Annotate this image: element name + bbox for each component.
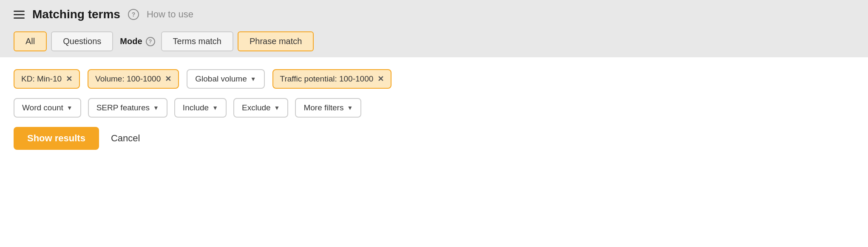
dropdown-include[interactable]: Include ▼ [174, 98, 227, 118]
dropdown-exclude[interactable]: Exclude ▼ [233, 98, 288, 118]
tabs-row: All Questions Mode ? Terms match Phrase … [0, 27, 868, 57]
app-container: Matching terms ? How to use All Question… [0, 0, 868, 247]
chevron-down-icon: ▼ [274, 104, 280, 111]
tab-terms-match[interactable]: Terms match [161, 31, 233, 51]
dropdown-serp-features[interactable]: SERP features ▼ [88, 98, 167, 118]
filter-global-volume[interactable]: Global volume ▼ [187, 69, 264, 89]
filter-chip-traffic-label: Traffic potential: 100-1000 [280, 74, 374, 84]
mode-help-icon[interactable]: ? [146, 37, 155, 46]
dropdown-more-filters[interactable]: More filters ▼ [295, 98, 361, 118]
page-title: Matching terms [32, 8, 120, 21]
filter-row2: Word count ▼ SERP features ▼ Include ▼ E… [14, 98, 854, 118]
filter-chip-traffic[interactable]: Traffic potential: 100-1000 ✕ [272, 69, 392, 89]
filter-chip-kd[interactable]: KD: Min-10 ✕ [14, 69, 80, 89]
how-to-use-link[interactable]: How to use [147, 9, 193, 20]
chevron-down-icon: ▼ [67, 104, 73, 111]
dropdown-serp-features-label: SERP features [96, 103, 150, 112]
actions-row: Show results Cancel [14, 127, 854, 150]
dropdown-word-count[interactable]: Word count ▼ [14, 98, 81, 118]
filter-chip-traffic-close[interactable]: ✕ [377, 74, 384, 84]
chevron-down-icon: ▼ [153, 104, 159, 111]
tab-all[interactable]: All [14, 31, 47, 51]
dropdown-word-count-label: Word count [22, 103, 63, 112]
filter-global-volume-label: Global volume [195, 74, 247, 84]
help-icon[interactable]: ? [128, 9, 139, 20]
show-results-button[interactable]: Show results [14, 127, 99, 150]
filter-chips-row: KD: Min-10 ✕ Volume: 100-1000 ✕ Global v… [14, 69, 854, 89]
main-content: KD: Min-10 ✕ Volume: 100-1000 ✕ Global v… [0, 57, 868, 247]
filter-chip-volume-label: Volume: 100-1000 [95, 74, 161, 84]
dropdown-include-label: Include [183, 103, 209, 112]
filter-chip-kd-label: KD: Min-10 [21, 74, 62, 84]
filter-chip-volume-close[interactable]: ✕ [165, 74, 171, 84]
tab-phrase-match[interactable]: Phrase match [238, 31, 314, 51]
chevron-down-icon: ▼ [212, 104, 218, 111]
filter-chip-volume[interactable]: Volume: 100-1000 ✕ [88, 69, 179, 89]
chevron-down-icon: ▼ [250, 76, 256, 82]
header: Matching terms ? How to use [0, 0, 868, 27]
tab-questions[interactable]: Questions [51, 31, 113, 51]
dropdown-more-filters-label: More filters [304, 103, 343, 112]
filter-chip-kd-close[interactable]: ✕ [66, 74, 72, 84]
dropdown-exclude-label: Exclude [242, 103, 271, 112]
mode-label: Mode [120, 36, 142, 46]
cancel-button[interactable]: Cancel [111, 133, 140, 144]
chevron-down-icon: ▼ [347, 104, 353, 111]
hamburger-icon[interactable] [14, 11, 25, 19]
